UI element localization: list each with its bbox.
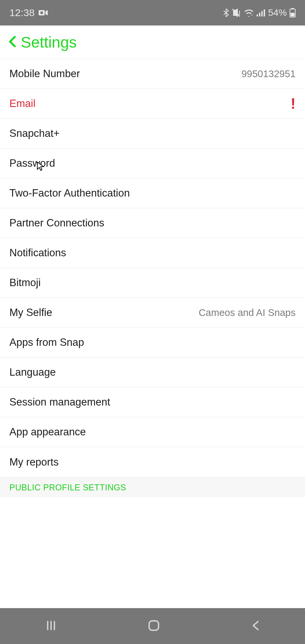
nav-back-button[interactable] [251,620,260,633]
row-my-selfie[interactable]: My Selfie Cameos and AI Snaps [0,298,305,328]
section-public-profile: PUBLIC PROFILE SETTINGS [0,477,305,497]
row-password[interactable]: Password [0,149,305,178]
row-two-factor[interactable]: Two-Factor Authentication [0,178,305,208]
section-title: PUBLIC PROFILE SETTINGS [9,483,126,492]
row-notifications[interactable]: Notifications [0,238,305,268]
row-session-management[interactable]: Session management [0,387,305,417]
svg-rect-14 [149,621,159,630]
vibrate-icon [232,8,241,17]
row-apps-from-snap[interactable]: Apps from Snap [0,328,305,358]
row-label: Two-Factor Authentication [9,187,130,199]
row-partner-connections[interactable]: Partner Connections [0,208,305,238]
svg-rect-4 [257,14,258,16]
android-status-bar: 12:38 [0,0,305,25]
row-label: Partner Connections [9,217,104,229]
row-label: Snapchat+ [9,127,59,140]
row-app-appearance[interactable]: App appearance [0,417,305,447]
svg-rect-10 [291,13,295,16]
status-left: 12:38 [9,7,48,18]
row-language[interactable]: Language [0,358,305,387]
row-label: Password [9,157,55,169]
wifi-icon [244,9,254,17]
row-email[interactable]: Email ! [0,89,305,119]
svg-rect-7 [264,9,265,16]
nav-recents-button[interactable] [45,620,57,633]
page-title: Settings [21,33,77,51]
settings-header: Settings [0,25,305,59]
row-label: Mobile Number [9,68,80,80]
cell-signal-icon [257,9,265,16]
status-right: 54% [223,7,296,18]
row-value: Cameos and AI Snaps [199,307,296,318]
row-bitmoji[interactable]: Bitmoji [0,268,305,298]
row-label: Bitmoji [9,277,41,289]
row-label: Email [9,98,36,110]
svg-rect-6 [261,11,263,16]
row-mobile-number[interactable]: Mobile Number 9950132951 [0,59,305,89]
back-button[interactable] [8,36,16,49]
svg-point-1 [40,11,43,14]
status-time: 12:38 [9,7,35,18]
battery-icon [290,8,296,17]
row-value: 9950132951 [242,68,296,79]
svg-rect-5 [259,13,260,16]
row-my-reports[interactable]: My reports [0,447,305,477]
row-label: My reports [9,456,58,468]
row-label: Apps from Snap [9,336,84,348]
battery-percent: 54% [268,7,287,18]
nav-home-button[interactable] [147,619,161,634]
row-label: Language [9,366,56,378]
bluetooth-icon [223,8,229,17]
row-label: Session management [9,396,110,408]
row-label: App appearance [9,426,86,438]
screen-record-icon [39,9,48,16]
row-label: My Selfie [9,307,52,319]
android-nav-bar [0,608,305,644]
row-label: Notifications [9,247,66,259]
row-snapchat-plus[interactable]: Snapchat+ [0,119,305,149]
settings-list: Mobile Number 9950132951 Email ! Snapcha… [0,59,305,497]
